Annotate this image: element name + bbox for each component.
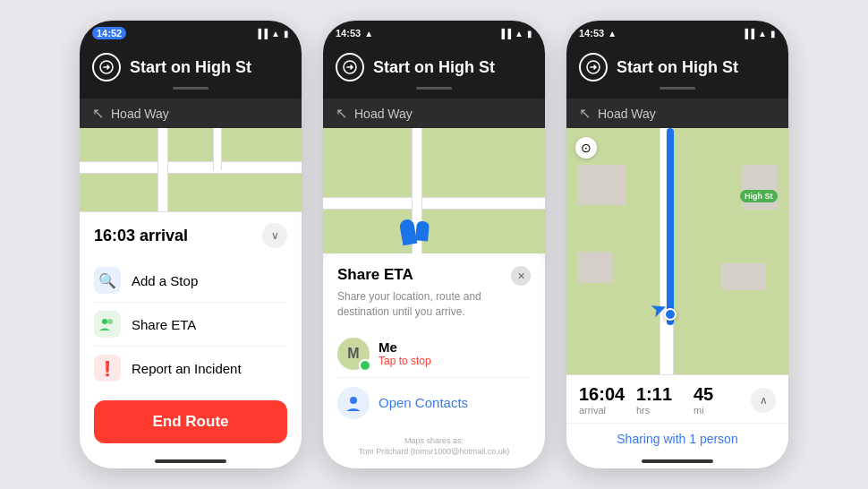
- chevron-button-1[interactable]: ∨: [262, 223, 287, 248]
- nav-sub-text-2: Hoad Way: [354, 107, 413, 121]
- building-1: [577, 165, 626, 205]
- battery-icon-2: ▮: [527, 29, 532, 39]
- home-indicator-1: [80, 454, 302, 468]
- battery-icon-3: ▮: [770, 29, 776, 39]
- stats-chevron-button[interactable]: ∧: [751, 388, 776, 413]
- road-h-2: [323, 197, 545, 210]
- add-stop-label: Add a Stop: [132, 273, 198, 288]
- me-sub: Tap to stop: [379, 355, 431, 367]
- share-eta-sheet: Share ETA ✕ Share your location, route a…: [323, 253, 545, 468]
- open-contacts-label: Open Contacts: [379, 395, 468, 410]
- map-area-2: [323, 128, 545, 253]
- nav-sub-1: ↖ Hoad Way: [80, 99, 302, 128]
- sharing-strip: Sharing with 1 person: [566, 423, 788, 454]
- arrival-value: 16:04: [579, 384, 636, 405]
- contacts-icon: [337, 387, 370, 419]
- sharing-text: Sharing with 1 person: [617, 432, 737, 446]
- nav-header-2: Start on High St: [323, 46, 545, 99]
- me-contact-row[interactable]: M Me Tap to stop: [337, 330, 531, 378]
- nav-marker-2: [415, 220, 430, 241]
- compass-icon[interactable]: ⊙: [575, 137, 597, 159]
- status-icons-1: ▐▐ ▲ ▮: [255, 29, 289, 39]
- sheet-title: Share ETA: [337, 266, 413, 284]
- direction-icon-1: [92, 53, 121, 82]
- me-contact-info: Me Tap to stop: [379, 339, 431, 367]
- sheet-close-button[interactable]: ✕: [511, 266, 531, 286]
- nav-street-2: Start on High St: [373, 58, 495, 77]
- hrs-value: 1:11: [636, 384, 694, 405]
- battery-icon: ▮: [284, 29, 289, 39]
- arrival-label: arrival: [579, 405, 636, 416]
- phone-frame-2: 14:53 ▲ ▐▐ ▲ ▮ Start on High St ↖ Hoad W…: [323, 21, 545, 468]
- signal-icon-2: ▐▐: [498, 29, 511, 39]
- share-eta-icon: [94, 311, 121, 338]
- avatar-badge: [359, 359, 371, 372]
- sheet-header: Share ETA ✕: [337, 266, 531, 286]
- hrs-label: hrs: [636, 405, 694, 416]
- map-area-1: [80, 128, 302, 211]
- street-label-3: High St: [740, 190, 778, 202]
- arrival-time: 16:03 arrival: [94, 227, 188, 245]
- hrs-stat: 1:11 hrs: [636, 384, 694, 416]
- wifi-icon: ▲: [271, 29, 280, 39]
- road-v-1: [157, 128, 168, 211]
- status-bar-3: 14:53 ▲ ▐▐ ▲ ▮: [566, 21, 788, 46]
- road-h-1: [80, 161, 302, 174]
- me-name: Me: [379, 339, 431, 355]
- status-time-3: 14:53: [579, 28, 604, 39]
- maps-shares-as: Maps shares as: Tom Pritchard (tomsr1000…: [337, 435, 531, 458]
- phone-frame-1: 14:52 ▐▐ ▲ ▮ Start on High St ↖ Hoad Way: [80, 21, 302, 468]
- nav-sub-2: ↖ Hoad Way: [323, 99, 545, 128]
- arrival-stat: 16:04 arrival: [579, 384, 636, 416]
- direction-icon-2: [336, 53, 364, 82]
- share-eta-item[interactable]: Share ETA: [94, 303, 287, 347]
- status-bar-2: 14:53 ▲ ▐▐ ▲ ▮: [323, 21, 545, 46]
- report-icon: ❗: [94, 355, 121, 382]
- status-icons-2: ▐▐ ▲ ▮: [498, 29, 532, 39]
- turn-icon-1: ↖: [92, 105, 104, 122]
- nav-divider-1: [173, 87, 208, 90]
- nav-sub-text-3: Hoad Way: [598, 107, 656, 121]
- add-stop-item[interactable]: 🔍 Add a Stop: [94, 259, 287, 303]
- status-icons-3: ▐▐ ▲ ▮: [742, 29, 776, 39]
- svg-point-1: [102, 319, 107, 324]
- nav-direction-1: Start on High St: [92, 53, 289, 82]
- building-3: [577, 252, 613, 283]
- nav-stats: 16:04 arrival 1:11 hrs 45 mi ∧: [566, 375, 788, 423]
- location-arrow-icon-3: ▲: [608, 29, 617, 39]
- nav-divider-3: [660, 87, 695, 90]
- building-2: [742, 165, 778, 210]
- mi-label: mi: [694, 405, 751, 416]
- status-time-1: 14:52: [92, 27, 126, 39]
- sheet-subtitle: Share your location, route and destinati…: [337, 289, 531, 320]
- report-label: Report an Incident: [132, 361, 242, 376]
- direction-icon-3: [579, 53, 608, 82]
- building-4: [721, 263, 766, 290]
- home-bar-1: [155, 459, 226, 463]
- report-incident-item[interactable]: ❗ Report an Incident: [94, 347, 287, 390]
- phone-frame-3: 14:53 ▲ ▐▐ ▲ ▮ Start on High St ↖ Hoad W…: [566, 21, 788, 468]
- arrival-header: 16:03 arrival ∨: [94, 223, 287, 248]
- share-eta-label: Share ETA: [132, 317, 196, 332]
- home-indicator-3: [566, 454, 788, 468]
- nav-divider-2: [416, 87, 452, 90]
- signal-icon: ▐▐: [255, 29, 268, 39]
- mi-stat: 45 mi: [694, 384, 751, 416]
- route-line-3: [667, 128, 674, 325]
- end-route-button-1[interactable]: End Route: [94, 400, 287, 443]
- svg-point-4: [350, 397, 357, 404]
- turn-icon-2: ↖: [336, 105, 347, 122]
- nav-street-3: Start on High St: [617, 58, 738, 77]
- wifi-icon-2: ▲: [515, 29, 523, 39]
- nav-sub-text-1: Hoad Way: [111, 107, 169, 121]
- svg-point-2: [107, 319, 113, 324]
- map-area-3: ➤ High St ⊙: [566, 128, 788, 374]
- nav-street-1: Start on High St: [130, 58, 251, 77]
- open-contacts-row[interactable]: Open Contacts: [337, 378, 531, 428]
- home-bar-3: [642, 459, 713, 463]
- nav-direction-2: Start on High St: [336, 53, 532, 82]
- status-bar-1: 14:52 ▐▐ ▲ ▮: [80, 21, 302, 46]
- road-v-2: [213, 128, 222, 170]
- me-avatar: M: [337, 338, 370, 370]
- turn-icon-3: ↖: [579, 105, 591, 122]
